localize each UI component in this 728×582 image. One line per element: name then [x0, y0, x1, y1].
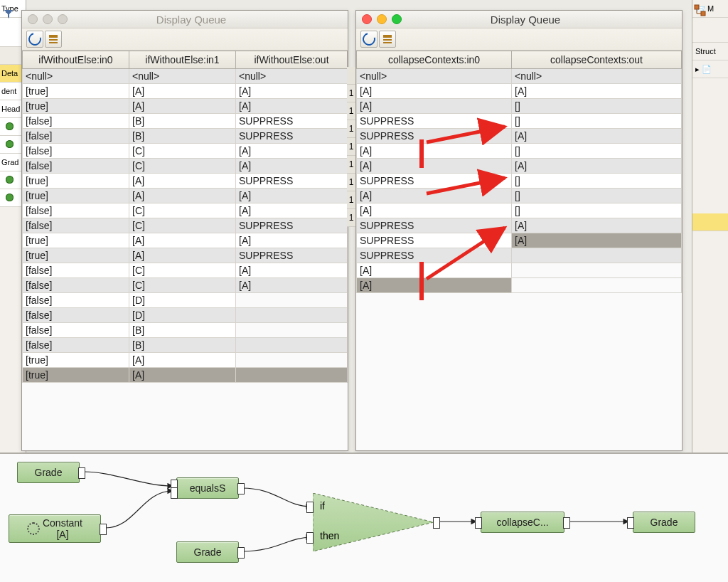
table-row[interactable]: [true][A]SUPPRESS	[23, 248, 348, 263]
node-equalss[interactable]: equalsS	[176, 477, 239, 499]
node-if-without-else[interactable]: if then	[313, 493, 434, 551]
column-header[interactable]: ifWithoutElse:in1	[129, 51, 236, 69]
table-cell: [C]	[129, 203, 236, 218]
table-cell: [false]	[23, 203, 129, 218]
refresh-button[interactable]	[360, 31, 378, 48]
window-traffic-lights[interactable]	[22, 14, 73, 24]
node-constant[interactable]: Constant [A]	[9, 514, 101, 543]
table-row[interactable]: [false][B]SUPPRESS	[23, 129, 348, 144]
output-port[interactable]	[237, 483, 245, 494]
table-row[interactable]: SUPPRESS[]	[357, 114, 682, 129]
table-row[interactable]: [A]	[357, 263, 682, 278]
table-row[interactable]: [true][A][A]	[23, 99, 348, 114]
table-row[interactable]: SUPPRESS[A]	[357, 218, 682, 233]
queue-table[interactable]: collapseContexts:in0 collapseContexts:ou…	[356, 51, 682, 450]
window-titlebar[interactable]: Display Queue	[356, 11, 682, 28]
table-row[interactable]: [false][C][A]	[23, 159, 348, 174]
node-icon	[6, 140, 14, 148]
table-cell: [C]	[129, 144, 236, 159]
table-row[interactable]: SUPPRESS	[357, 248, 682, 263]
output-port[interactable]	[433, 517, 440, 529]
svg-rect-0	[695, 5, 699, 9]
output-port[interactable]	[78, 467, 85, 479]
column-header[interactable]: ifWithoutElse:in0	[23, 51, 129, 69]
zoom-icon[interactable]	[392, 14, 402, 24]
table-row[interactable]: [true][A]	[23, 353, 348, 368]
column-header[interactable]: ifWithoutElse:out	[236, 51, 348, 69]
display-queue-window-2[interactable]: Display Queue collapseContexts:in0 colla…	[355, 10, 682, 451]
table-row[interactable]: [A][A]	[357, 84, 682, 99]
column-header[interactable]: collapseContexts:in0	[357, 51, 512, 69]
list-mode-button[interactable]	[379, 31, 396, 48]
minimize-icon[interactable]	[377, 14, 387, 24]
output-port[interactable]	[100, 524, 107, 535]
window-traffic-lights[interactable]	[356, 14, 407, 24]
table-row[interactable]: [true][A][A]	[23, 233, 348, 248]
queue-table[interactable]: ifWithoutElse:in0 ifWithoutElse:in1 ifWi…	[22, 51, 348, 450]
table-cell	[236, 338, 348, 353]
table-row[interactable]: [A][]	[357, 189, 682, 203]
input-port-if[interactable]	[306, 502, 314, 513]
table-row[interactable]: [false][C][A]	[23, 203, 348, 218]
table-row[interactable]: SUPPRESS[A]	[357, 233, 682, 248]
node-grade-source-1[interactable]: Grade	[17, 462, 80, 483]
table-row[interactable]: [true][A]	[23, 368, 348, 383]
refresh-icon	[26, 31, 44, 48]
table-cell: <null>	[23, 69, 129, 84]
table-cell: [A]	[236, 84, 348, 99]
table-row[interactable]: [A][]	[357, 99, 682, 114]
table-cell: [A]	[129, 84, 236, 99]
table-cell: [true]	[23, 84, 129, 99]
zoom-icon[interactable]	[58, 14, 68, 24]
table-row[interactable]: SUPPRESS[]	[357, 174, 682, 189]
input-port[interactable]	[171, 487, 178, 499]
table-cell: [A]	[236, 99, 348, 114]
table-row[interactable]: [false][D]	[23, 293, 348, 308]
table-row[interactable]: [true][A]SUPPRESS	[23, 174, 348, 189]
table-row[interactable]: [true][A][A]	[23, 84, 348, 99]
table-row[interactable]: [A][]	[357, 203, 682, 218]
refresh-icon	[360, 31, 378, 48]
input-port[interactable]	[627, 517, 634, 529]
output-port[interactable]	[563, 517, 570, 529]
bg-cell	[692, 18, 728, 43]
minimize-icon[interactable]	[43, 14, 53, 24]
list-mode-button[interactable]	[45, 31, 62, 48]
mapping-diagram[interactable]: Grade Constant [A] equalsS Grade if then…	[0, 453, 728, 582]
table-row[interactable]: <null><null><null>	[23, 69, 348, 84]
node-grade-target[interactable]: Grade	[633, 512, 695, 533]
column-header[interactable]: collapseContexts:out	[512, 51, 682, 69]
display-queue-window-1[interactable]: Display Queue ifWithoutElse:in0 ifWithou…	[21, 10, 348, 451]
table-row[interactable]: [A]	[357, 278, 682, 293]
table-row[interactable]: [false][B]SUPPRESS	[23, 114, 348, 129]
table-cell: [false]	[23, 114, 129, 129]
node-grade-source-2[interactable]: Grade	[176, 541, 239, 563]
table-row[interactable]: [false][C][A]	[23, 144, 348, 159]
table-cell: [A]	[236, 233, 348, 248]
window-titlebar[interactable]: Display Queue	[22, 11, 348, 28]
table-row[interactable]: [false][D]	[23, 308, 348, 323]
table-row[interactable]: [false][C][A]	[23, 278, 348, 293]
table-row[interactable]: SUPPRESS[A]	[357, 129, 682, 144]
row-number: 1	[347, 174, 355, 191]
table-row[interactable]: [false][B]	[23, 338, 348, 353]
input-port[interactable]	[475, 517, 482, 529]
table-cell: SUPPRESS	[236, 174, 348, 189]
node-collapsecontexts[interactable]: collapseC...	[481, 512, 564, 533]
row-number: 1	[347, 191, 355, 209]
refresh-button[interactable]	[26, 31, 43, 48]
table-cell	[512, 263, 682, 278]
table-row[interactable]: [false][C][A]	[23, 263, 348, 278]
close-icon[interactable]	[28, 14, 38, 24]
table-row[interactable]: [false][C]SUPPRESS	[23, 218, 348, 233]
table-row[interactable]: [false][B]	[23, 323, 348, 338]
table-cell: <null>	[129, 69, 236, 84]
table-row[interactable]: <null><null>	[357, 69, 682, 84]
svg-rect-1	[701, 11, 705, 16]
input-port-then[interactable]	[306, 532, 314, 544]
table-row[interactable]: [A][A]	[357, 159, 682, 174]
close-icon[interactable]	[362, 14, 372, 24]
output-port[interactable]	[237, 547, 245, 559]
table-row[interactable]: [true][A][A]	[23, 189, 348, 203]
table-row[interactable]: [A][]	[357, 144, 682, 159]
